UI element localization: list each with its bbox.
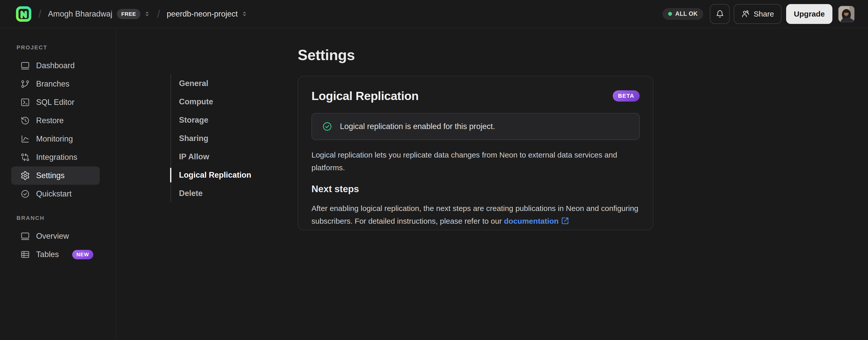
status-label: ALL OK xyxy=(675,10,698,17)
next-steps-body: After enabling logical replication, the … xyxy=(311,204,639,225)
sidebar-item-branches[interactable]: Branches xyxy=(11,75,100,93)
sidebar-item-settings[interactable]: Settings xyxy=(11,166,100,185)
sql-terminal-icon xyxy=(20,97,30,107)
breadcrumb-separator: / xyxy=(38,8,41,20)
card-title: Logical Replication xyxy=(311,88,418,104)
logical-replication-card: Logical Replication BETA Logical replica… xyxy=(298,76,653,230)
org-breadcrumb[interactable]: Amogh Bharadwaj FREE xyxy=(48,9,151,19)
status-badge[interactable]: ALL OK xyxy=(662,8,703,20)
external-link-icon[interactable] xyxy=(561,216,569,229)
dashboard-icon xyxy=(20,61,30,70)
description-text: Logical replication lets you replicate d… xyxy=(311,149,640,174)
sidebar-item-tables[interactable]: Tables NEW xyxy=(11,245,100,264)
topbar: / Amogh Bharadwaj FREE / peerdb-neon-pro… xyxy=(0,0,868,28)
sidebar: PROJECT Dashboard Branches xyxy=(0,28,116,340)
sidebar-item-label: Dashboard xyxy=(36,61,75,70)
sidebar-item-label: Monitoring xyxy=(36,134,73,144)
settings-nav-delete[interactable]: Delete xyxy=(171,184,251,203)
topbar-actions: ALL OK Share Upgrade xyxy=(662,4,855,24)
new-badge: NEW xyxy=(72,250,94,259)
card-header: Logical Replication BETA xyxy=(311,88,640,104)
documentation-link[interactable]: documentation xyxy=(504,217,559,225)
org-name: Amogh Bharadwaj xyxy=(48,9,113,19)
neon-logo[interactable] xyxy=(16,6,32,22)
page-title: Settings xyxy=(298,46,868,64)
settings-content: Logical Replication BETA Logical replica… xyxy=(298,76,653,230)
sidebar-item-dashboard[interactable]: Dashboard xyxy=(11,56,100,75)
gear-icon xyxy=(20,171,30,180)
project-name: peerdb-neon-project xyxy=(167,9,238,19)
settings-nav-ip-allow[interactable]: IP Allow xyxy=(171,148,251,166)
share-label: Share xyxy=(753,10,774,18)
next-steps-text: After enabling logical replication, the … xyxy=(311,202,640,229)
settings-nav-logical-replication[interactable]: Logical Replication xyxy=(171,166,251,184)
history-icon xyxy=(20,116,30,125)
sidebar-item-label: Branches xyxy=(36,79,69,89)
sidebar-item-sql-editor[interactable]: SQL Editor xyxy=(11,93,100,111)
sidebar-item-monitoring[interactable]: Monitoring xyxy=(11,130,100,148)
replication-enabled-alert: Logical replication is enabled for this … xyxy=(311,113,640,140)
table-icon xyxy=(20,250,30,259)
git-branch-icon xyxy=(20,79,30,89)
chevrons-up-down-icon[interactable] xyxy=(144,10,151,17)
users-icon xyxy=(741,10,750,18)
sidebar-section-project: PROJECT xyxy=(17,44,116,51)
sidebar-item-label: Tables xyxy=(36,250,59,259)
beta-badge: BETA xyxy=(613,90,640,102)
sidebar-item-label: SQL Editor xyxy=(36,98,74,107)
settings-nav-compute[interactable]: Compute xyxy=(171,93,251,111)
line-chart-icon xyxy=(20,134,30,144)
main-content: Settings General Compute Storage Sharing… xyxy=(116,28,868,340)
status-dot-icon xyxy=(668,12,672,16)
settings-nav: General Compute Storage Sharing IP Allow… xyxy=(170,74,251,203)
sidebar-item-restore[interactable]: Restore xyxy=(11,111,100,130)
sidebar-item-label: Settings xyxy=(36,171,65,180)
sidebar-item-quickstart[interactable]: Overview Quickstart xyxy=(11,185,100,203)
user-avatar[interactable] xyxy=(838,6,855,22)
breadcrumb: / Amogh Bharadwaj FREE / peerdb-neon-pro… xyxy=(16,6,248,22)
project-breadcrumb[interactable]: peerdb-neon-project xyxy=(167,9,248,19)
alert-text: Logical replication is enabled for this … xyxy=(340,122,495,131)
check-circle-icon xyxy=(322,121,332,132)
plan-badge: FREE xyxy=(117,9,141,19)
bell-icon xyxy=(715,9,724,18)
notifications-button[interactable] xyxy=(710,4,730,24)
upgrade-label: Upgrade xyxy=(794,10,825,18)
sidebar-item-label: Restore xyxy=(36,116,64,125)
settings-nav-general[interactable]: General xyxy=(171,74,251,93)
sidebar-item-label: Overview xyxy=(36,232,69,241)
settings-nav-sharing[interactable]: Sharing xyxy=(171,129,251,148)
breadcrumb-separator: / xyxy=(157,8,160,20)
share-button[interactable]: Share xyxy=(734,4,781,24)
sidebar-item-integrations[interactable]: Integrations xyxy=(11,148,100,166)
sidebar-item-overview[interactable]: Overview xyxy=(11,227,100,245)
sidebar-item-label: Quickstart xyxy=(36,189,72,199)
chevrons-up-down-icon[interactable] xyxy=(241,10,248,17)
window-icon xyxy=(20,231,30,241)
sidebar-section-branch: BRANCH xyxy=(17,215,116,221)
upgrade-button[interactable]: Upgrade xyxy=(786,4,832,24)
check-circle-icon xyxy=(20,189,30,199)
next-steps-heading: Next steps xyxy=(311,184,640,194)
sidebar-item-label: Integrations xyxy=(36,153,77,162)
settings-nav-storage[interactable]: Storage xyxy=(171,111,251,129)
integrations-icon xyxy=(20,152,30,162)
app-body: PROJECT Dashboard Branches xyxy=(0,28,868,340)
